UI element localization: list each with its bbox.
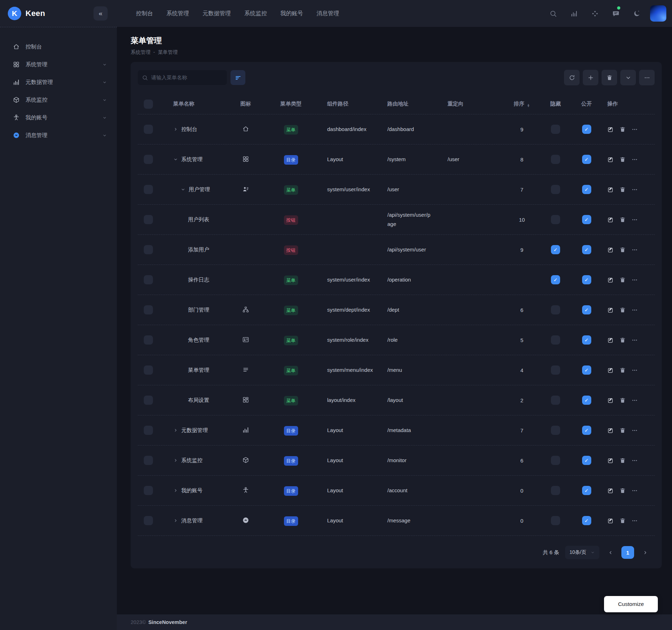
- chevron-down-icon[interactable]: [173, 157, 178, 162]
- delete-button[interactable]: [619, 487, 626, 494]
- edit-button[interactable]: [607, 186, 614, 193]
- hidden-checkbox[interactable]: [551, 185, 560, 194]
- sidebar-item-account[interactable]: 我的账号: [0, 109, 117, 126]
- more-button[interactable]: [631, 186, 638, 193]
- header-sort[interactable]: 排序▲▼: [514, 101, 530, 108]
- more-button[interactable]: [631, 216, 638, 223]
- more-button[interactable]: [631, 156, 638, 163]
- edit-button[interactable]: [607, 427, 614, 434]
- delete-button[interactable]: [619, 367, 626, 374]
- chevron-right-icon[interactable]: [173, 518, 178, 523]
- chevron-right-icon[interactable]: [173, 488, 178, 493]
- public-checkbox[interactable]: [582, 396, 591, 405]
- delete-button[interactable]: [619, 186, 626, 193]
- hidden-checkbox[interactable]: [551, 365, 560, 375]
- delete-button[interactable]: [619, 457, 626, 464]
- public-checkbox[interactable]: [582, 516, 591, 525]
- edit-button[interactable]: [607, 337, 614, 344]
- sidebar-item-monitor[interactable]: 系统监控: [0, 91, 117, 109]
- messages-button[interactable]: [608, 6, 623, 21]
- hidden-checkbox[interactable]: [551, 155, 560, 164]
- select-all-checkbox[interactable]: [144, 100, 153, 109]
- more-button[interactable]: [631, 126, 638, 133]
- sidebar-item-system[interactable]: 系统管理: [0, 56, 117, 73]
- chevron-right-icon[interactable]: [173, 127, 178, 132]
- more-button[interactable]: [631, 337, 638, 344]
- customize-button[interactable]: Customize: [604, 596, 658, 612]
- breadcrumb-parent[interactable]: 系统管理: [131, 49, 150, 56]
- chevron-right-icon[interactable]: [173, 428, 178, 433]
- public-checkbox[interactable]: [582, 215, 591, 224]
- hidden-checkbox[interactable]: [551, 215, 560, 224]
- apps-button[interactable]: [587, 6, 602, 21]
- delete-button[interactable]: [619, 397, 626, 404]
- current-page-button[interactable]: 1: [621, 546, 634, 559]
- hidden-checkbox[interactable]: [551, 516, 560, 525]
- delete-button[interactable]: [602, 70, 617, 85]
- nav-item-monitor[interactable]: 系统监控: [244, 10, 267, 17]
- more-button[interactable]: [631, 246, 638, 253]
- filter-button[interactable]: [230, 70, 245, 85]
- edit-button[interactable]: [607, 457, 614, 464]
- nav-item-message[interactable]: 消息管理: [317, 10, 339, 17]
- edit-button[interactable]: [607, 277, 614, 283]
- nav-item-dashboard[interactable]: 控制台: [136, 10, 153, 17]
- chevron-down-icon[interactable]: [181, 187, 186, 192]
- nav-item-metadata[interactable]: 元数据管理: [203, 10, 231, 17]
- edit-button[interactable]: [607, 367, 614, 374]
- row-checkbox[interactable]: [144, 516, 153, 525]
- sidebar-collapse-button[interactable]: «: [93, 6, 108, 21]
- public-checkbox[interactable]: [582, 486, 591, 495]
- more-button[interactable]: [639, 70, 655, 85]
- more-button[interactable]: [631, 307, 638, 313]
- nav-item-system[interactable]: 系统管理: [166, 10, 189, 17]
- more-button[interactable]: [631, 277, 638, 283]
- edit-button[interactable]: [607, 397, 614, 404]
- delete-button[interactable]: [619, 307, 626, 313]
- edit-button[interactable]: [607, 307, 614, 313]
- row-checkbox[interactable]: [144, 335, 153, 345]
- dark-mode-button[interactable]: [629, 6, 644, 21]
- row-checkbox[interactable]: [144, 245, 153, 254]
- user-avatar[interactable]: [650, 5, 666, 22]
- hidden-checkbox[interactable]: [551, 335, 560, 345]
- edit-button[interactable]: [607, 126, 614, 133]
- edit-button[interactable]: [607, 517, 614, 524]
- search-button[interactable]: [546, 6, 560, 21]
- more-button[interactable]: [631, 457, 638, 464]
- delete-button[interactable]: [619, 216, 626, 223]
- more-button[interactable]: [631, 517, 638, 524]
- sort-carets-icon[interactable]: ▲▼: [527, 104, 530, 108]
- edit-button[interactable]: [607, 216, 614, 223]
- edit-button[interactable]: [607, 156, 614, 163]
- public-checkbox[interactable]: [582, 426, 591, 435]
- sidebar-item-dashboard[interactable]: 控制台: [0, 38, 117, 56]
- nav-item-account[interactable]: 我的账号: [280, 10, 303, 17]
- more-button[interactable]: [631, 487, 638, 494]
- more-button[interactable]: [631, 427, 638, 434]
- hidden-checkbox[interactable]: [551, 125, 560, 134]
- hidden-checkbox[interactable]: [551, 486, 560, 495]
- refresh-button[interactable]: [564, 70, 580, 85]
- public-checkbox[interactable]: [582, 365, 591, 375]
- delete-button[interactable]: [619, 277, 626, 283]
- row-checkbox[interactable]: [144, 456, 153, 465]
- hidden-checkbox[interactable]: [551, 426, 560, 435]
- hidden-checkbox[interactable]: [551, 456, 560, 465]
- row-checkbox[interactable]: [144, 185, 153, 194]
- hidden-checkbox[interactable]: [551, 396, 560, 405]
- row-checkbox[interactable]: [144, 215, 153, 224]
- more-button[interactable]: [631, 397, 638, 404]
- public-checkbox[interactable]: [582, 305, 591, 314]
- hidden-checkbox[interactable]: [551, 245, 560, 254]
- row-checkbox[interactable]: [144, 365, 153, 375]
- public-checkbox[interactable]: [582, 245, 591, 254]
- row-checkbox[interactable]: [144, 125, 153, 134]
- row-checkbox[interactable]: [144, 275, 153, 284]
- delete-button[interactable]: [619, 246, 626, 253]
- row-checkbox[interactable]: [144, 396, 153, 405]
- edit-button[interactable]: [607, 246, 614, 253]
- more-button[interactable]: [631, 367, 638, 374]
- public-checkbox[interactable]: [582, 155, 591, 164]
- delete-button[interactable]: [619, 126, 626, 133]
